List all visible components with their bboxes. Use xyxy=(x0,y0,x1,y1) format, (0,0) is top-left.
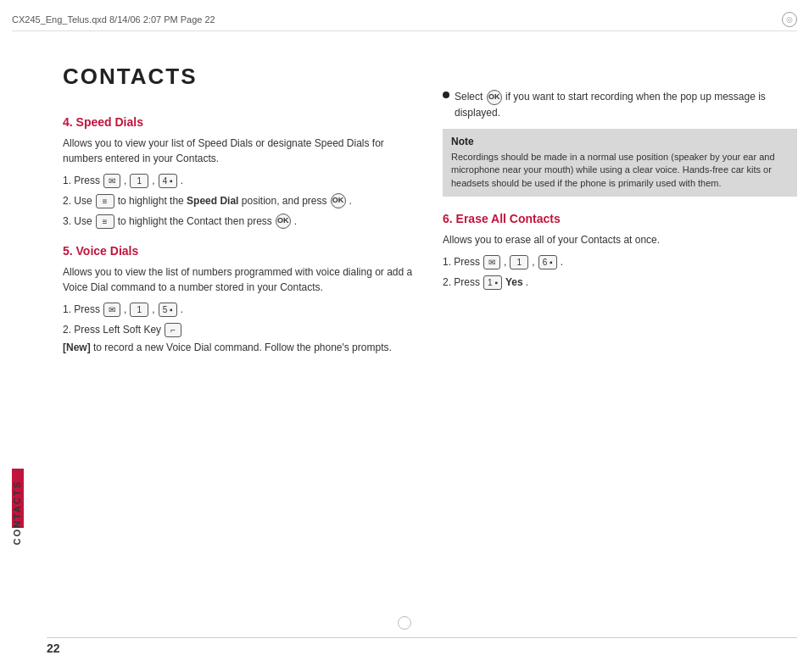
section4-step3: 3. Use ≡ to highlight the Contact then p… xyxy=(63,214,417,229)
step1-number: 1. Press xyxy=(63,302,100,317)
section4-step1: 1. Press ✉ , 1 , 4 ▪ . xyxy=(63,173,417,188)
1-icon-s5s1: 1 xyxy=(130,303,148,317)
left-column: CONTACTS 4. Speed Dials Allows you to vi… xyxy=(63,38,417,630)
note-text: Recordings should be made in a normal us… xyxy=(451,151,789,190)
1-icon-s6s2: 1 ▪ xyxy=(483,275,502,290)
page-bottom-line xyxy=(47,637,797,638)
section4-step2: 2. Use ≡ to highlight the Speed Dial pos… xyxy=(63,193,417,208)
ok-icon-s4s3: OK xyxy=(276,214,291,229)
section5-step2: 2. Press Left Soft Key ⌐ [New] to record… xyxy=(63,322,417,355)
step1-number: 1. Press xyxy=(63,173,100,188)
page-title: CONTACTS xyxy=(63,64,417,90)
bottom-center-mark xyxy=(398,616,411,630)
bullet-dot xyxy=(443,92,449,98)
content-area: CONTACTS 4. Speed Dials Allows you to vi… xyxy=(46,38,797,630)
nav-icon-s4s3: ≡ xyxy=(96,214,114,229)
softkey-icon-s5s2: ⌐ xyxy=(165,323,181,337)
section4-heading: 4. Speed Dials xyxy=(63,115,417,129)
page-mark-circle: ◎ xyxy=(782,12,797,27)
file-info: CX245_Eng_Telus.qxd 8/14/06 2:07 PM Page… xyxy=(12,14,215,25)
left-sidebar: CONTACTS xyxy=(12,38,46,630)
right-column: Select OK if you want to start recording… xyxy=(443,38,797,630)
1-icon-s6s1: 1 xyxy=(510,255,528,269)
section6-heading: 6. Erase All Contacts xyxy=(443,212,797,225)
4-icon-s4s1: 4 ▪ xyxy=(159,174,177,188)
top-bar: CX245_Eng_Telus.qxd 8/14/06 2:07 PM Page… xyxy=(12,12,797,31)
ok-icon-bullet: OK xyxy=(487,90,502,105)
main-content: CONTACTS CONTACTS 4. Speed Dials Allows … xyxy=(12,38,797,630)
5-icon-s5s1: 5 ▪ xyxy=(159,303,177,317)
section4-intro: Allows you to view your list of Speed Di… xyxy=(63,136,417,166)
6-icon-s6s1: 6 ▪ xyxy=(538,255,557,269)
menu-icon-s6s1: ✉ xyxy=(483,255,500,269)
section6-step2: 2. Press 1 ▪ Yes . xyxy=(443,275,797,290)
section6-intro: Allows you to erase all of your Contacts… xyxy=(443,232,797,247)
menu-icon-s4s1: ✉ xyxy=(103,174,120,188)
bullet-text: Select OK if you want to start recording… xyxy=(455,89,797,120)
sidebar-vertical-label: CONTACTS xyxy=(12,480,22,545)
nav-icon-s4s2: ≡ xyxy=(96,194,114,208)
1-icon-s4s1: 1 xyxy=(130,174,148,188)
page-number: 22 xyxy=(47,641,60,655)
note-title: Note xyxy=(451,136,789,147)
section5-heading: 5. Voice Dials xyxy=(63,244,417,258)
section5-intro: Allows you to view the list of numbers p… xyxy=(63,264,417,295)
bullet-item: Select OK if you want to start recording… xyxy=(443,89,797,120)
note-box: Note Recordings should be made in a norm… xyxy=(443,129,797,197)
menu-icon-s5s1: ✉ xyxy=(103,303,120,317)
section5-step1: 1. Press ✉ , 1 , 5 ▪ . xyxy=(63,302,417,317)
ok-icon-s4s2: OK xyxy=(331,193,346,208)
section6-step1: 1. Press ✉ , 1 , 6 ▪ . xyxy=(443,254,797,269)
